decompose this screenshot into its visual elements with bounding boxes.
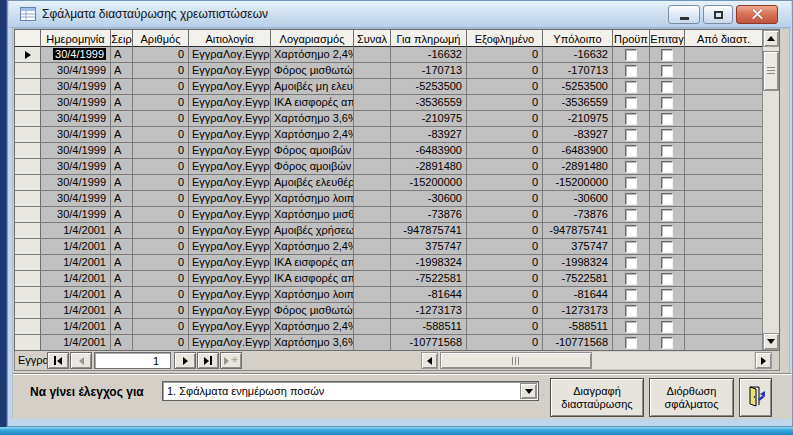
row-selector[interactable] <box>15 63 41 78</box>
cell-remainder[interactable]: -6483900 <box>543 143 613 158</box>
cell-for_payment[interactable]: -15200000 <box>391 175 467 190</box>
cell-reason[interactable]: ΕγγραΛογ.Εγγρ <box>189 79 271 94</box>
cell-date[interactable]: 1/4/2001 <box>41 271 111 286</box>
cell-cb[interactable] <box>650 207 685 222</box>
close-button[interactable] <box>736 5 778 24</box>
cell-paid_off[interactable]: 0 <box>467 271 543 286</box>
cell-series[interactable]: Α <box>111 79 133 94</box>
cell-reason[interactable]: ΕγγραΛογ.Εγγρ <box>189 271 271 286</box>
cell-empty[interactable] <box>685 255 763 270</box>
cell-cb[interactable] <box>613 207 650 222</box>
cell-paid_off[interactable]: 0 <box>467 207 543 222</box>
cell-series[interactable]: Α <box>111 143 133 158</box>
cell-reason[interactable]: ΕγγραΛογ.Εγγρ <box>189 95 271 110</box>
row-selector[interactable] <box>15 319 41 334</box>
cell-cb[interactable] <box>650 79 685 94</box>
cell-series[interactable]: Α <box>111 95 133 110</box>
cell-remainder[interactable]: -3536559 <box>543 95 613 110</box>
cell-cb[interactable] <box>650 239 685 254</box>
cell-number[interactable]: 0 <box>133 95 189 110</box>
checkbox-unchecked[interactable] <box>661 273 673 285</box>
cell-account[interactable]: ΙΚΑ εισφορές απ <box>271 271 354 286</box>
cell-cb[interactable] <box>613 335 650 350</box>
cell-for_payment[interactable]: -30600 <box>391 191 467 206</box>
checkbox-unchecked[interactable] <box>625 289 637 301</box>
cell-account[interactable]: Φόρος μισθωτών <box>271 63 354 78</box>
cell-empty[interactable] <box>354 47 391 62</box>
cell-paid_off[interactable]: 0 <box>467 159 543 174</box>
checkbox-unchecked[interactable] <box>625 177 637 189</box>
cell-empty[interactable] <box>685 159 763 174</box>
cell-remainder[interactable]: -83927 <box>543 127 613 142</box>
cell-paid_off[interactable]: 0 <box>467 239 543 254</box>
row-selector[interactable] <box>15 95 41 110</box>
cell-date[interactable]: 1/4/2001 <box>41 239 111 254</box>
cell-empty[interactable] <box>354 159 391 174</box>
cell-remainder[interactable]: -2891480 <box>543 159 613 174</box>
checkbox-unchecked[interactable] <box>661 193 673 205</box>
cell-date[interactable]: 1/4/2001 <box>41 335 111 350</box>
cell-empty[interactable] <box>685 287 763 302</box>
cell-empty[interactable] <box>685 127 763 142</box>
cell-cb[interactable] <box>613 319 650 334</box>
cell-paid_off[interactable]: 0 <box>467 79 543 94</box>
cell-cb[interactable] <box>650 319 685 334</box>
cell-empty[interactable] <box>354 271 391 286</box>
row-selector[interactable] <box>15 223 41 238</box>
checkbox-unchecked[interactable] <box>625 97 637 109</box>
cell-number[interactable]: 0 <box>133 287 189 302</box>
cell-empty[interactable] <box>685 319 763 334</box>
cell-remainder[interactable]: -73876 <box>543 207 613 222</box>
row-selector[interactable] <box>15 47 41 62</box>
cell-empty[interactable] <box>354 223 391 238</box>
cell-series[interactable]: Α <box>111 47 133 62</box>
column-header[interactable] <box>15 30 41 47</box>
cell-empty[interactable] <box>685 303 763 318</box>
vertical-scrollbar[interactable] <box>762 30 779 350</box>
cell-account[interactable]: ΙΚΑ εισφορές απ <box>271 255 354 270</box>
column-header[interactable]: Από διαστ. <box>685 30 763 47</box>
cell-empty[interactable] <box>685 79 763 94</box>
cell-remainder[interactable]: -170713 <box>543 63 613 78</box>
cell-cb[interactable] <box>613 223 650 238</box>
combobox-dropdown-button[interactable] <box>520 383 537 399</box>
checkbox-unchecked[interactable] <box>625 321 637 333</box>
cell-reason[interactable]: ΕγγραΛογ.Εγγρ <box>189 47 271 62</box>
first-record-button[interactable] <box>47 352 69 369</box>
cell-account[interactable]: Χαρτόσημο λοιπ <box>271 287 354 302</box>
cell-paid_off[interactable]: 0 <box>467 127 543 142</box>
row-selector[interactable] <box>15 175 41 190</box>
cell-paid_off[interactable]: 0 <box>467 255 543 270</box>
exit-button[interactable] <box>739 378 772 417</box>
cell-date[interactable]: 30/4/1999 <box>41 63 111 78</box>
cell-series[interactable]: Α <box>111 207 133 222</box>
cell-remainder[interactable]: -1273173 <box>543 303 613 318</box>
cell-paid_off[interactable]: 0 <box>467 47 543 62</box>
cell-account[interactable]: Χαρτόσημο 2,4% <box>271 319 354 334</box>
row-selector[interactable] <box>15 111 41 126</box>
cell-paid_off[interactable]: 0 <box>467 303 543 318</box>
cell-empty[interactable] <box>685 95 763 110</box>
cell-account[interactable]: Χαρτόσημο λοιπ <box>271 191 354 206</box>
cell-cb[interactable] <box>613 287 650 302</box>
cell-number[interactable]: 0 <box>133 63 189 78</box>
cell-reason[interactable]: ΕγγραΛογ.Εγγρ <box>189 335 271 350</box>
cell-date[interactable]: 30/4/1999 <box>41 79 111 94</box>
cell-reason[interactable]: ΕγγραΛογ.Εγγρ <box>189 111 271 126</box>
cell-cb[interactable] <box>613 255 650 270</box>
cell-series[interactable]: Α <box>111 63 133 78</box>
cell-empty[interactable] <box>354 127 391 142</box>
cell-remainder[interactable]: -210975 <box>543 111 613 126</box>
cell-cb[interactable] <box>650 287 685 302</box>
checkbox-unchecked[interactable] <box>625 49 637 61</box>
cell-cb[interactable] <box>613 63 650 78</box>
titlebar[interactable]: Σφάλματα διασταύρωσης χρεωπιστώσεων <box>9 1 791 28</box>
cell-remainder[interactable]: -30600 <box>543 191 613 206</box>
column-header[interactable]: Για πληρωμή <box>391 30 467 47</box>
cell-cb[interactable] <box>650 95 685 110</box>
cell-for_payment[interactable]: -73876 <box>391 207 467 222</box>
cell-empty[interactable] <box>354 255 391 270</box>
cell-date[interactable]: 30/4/1999 <box>41 175 111 190</box>
checkbox-unchecked[interactable] <box>625 161 637 173</box>
cell-for_payment[interactable]: -3536559 <box>391 95 467 110</box>
